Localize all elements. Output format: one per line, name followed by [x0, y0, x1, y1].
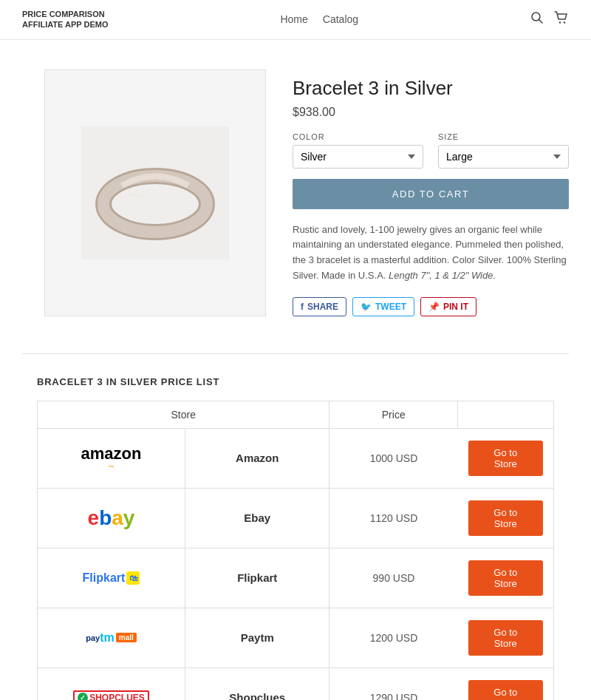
store-action-cell: Go to Store [458, 488, 554, 548]
price-list-section: BRACELET 3 IN SILVER PRICE LIST Store Pr… [0, 369, 591, 700]
go-to-store-button[interactable]: Go to Store [468, 620, 544, 656]
product-details: Bracelet 3 in Silver $938.00 COLOR Silve… [293, 69, 569, 316]
size-label: SIZE [438, 132, 569, 141]
go-to-store-button[interactable]: Go to Store [468, 680, 544, 700]
main-nav: Home Catalog [280, 13, 358, 25]
col-price: Price [329, 401, 458, 428]
size-select[interactable]: Large [438, 145, 569, 169]
share-facebook-button[interactable]: f SHARE [293, 297, 346, 316]
header-icons [530, 11, 569, 28]
store-logo-cell: ebay [38, 488, 185, 548]
price-table: Store Price amazon~ Amazon 1000 USD Go t… [37, 401, 554, 700]
store-logo-cell: paytmmall [38, 608, 185, 667]
store-name-cell: Amazon [185, 428, 329, 488]
store-price-cell: 1290 USD [329, 667, 458, 700]
color-option: COLOR Silver [293, 132, 423, 169]
store-action-cell: Go to Store [458, 608, 554, 667]
product-options: COLOR Silver SIZE Large [293, 132, 569, 169]
col-store: Store [38, 401, 329, 428]
add-to-cart-button[interactable]: ADD TO CART [293, 179, 569, 209]
product-image [44, 69, 266, 316]
table-row: paytmmall Paytm 1200 USD Go to Store [38, 608, 554, 667]
nav-catalog[interactable]: Catalog [323, 13, 358, 25]
share-pinterest-button[interactable]: 📌 PIN IT [420, 297, 476, 316]
table-row: amazon~ Amazon 1000 USD Go to Store [38, 428, 554, 488]
section-divider [22, 353, 569, 354]
store-price-cell: 1120 USD [329, 488, 458, 548]
product-section: Bracelet 3 in Silver $938.00 COLOR Silve… [0, 40, 591, 339]
price-list-title: BRACELET 3 IN SILVER PRICE LIST [37, 376, 554, 387]
store-action-cell: Go to Store [458, 428, 554, 488]
store-name-cell: Paytm [185, 608, 329, 667]
social-buttons: f SHARE 🐦 TWEET 📌 PIN IT [293, 297, 569, 316]
go-to-store-button[interactable]: Go to Store [468, 441, 544, 476]
svg-line-1 [539, 19, 543, 23]
product-price: $938.00 [293, 106, 569, 119]
go-to-store-button[interactable]: Go to Store [468, 500, 544, 536]
store-name-cell: Ebay [185, 488, 329, 548]
table-row: Flipkart🛍 Flipkart 990 USD Go to Store [38, 548, 554, 608]
cart-icon[interactable] [554, 11, 569, 28]
table-row: ebay Ebay 1120 USD Go to Store [38, 488, 554, 548]
pinterest-icon: 📌 [428, 302, 440, 312]
header: PRICE COMPARISON AFFILIATE APP DEMO Home… [0, 0, 591, 40]
store-name-cell: Shopclues [185, 667, 329, 700]
store-price-cell: 1000 USD [329, 428, 458, 488]
store-action-cell: Go to Store [458, 548, 554, 608]
store-logo-cell: Flipkart🛍 [38, 548, 185, 608]
table-row: ✓SHOPCLUES Shopclues 1290 USD Go to Stor… [38, 667, 554, 700]
store-logo-cell: ✓SHOPCLUES [38, 667, 185, 700]
store-price-cell: 990 USD [329, 548, 458, 608]
size-option: SIZE Large [438, 132, 569, 169]
svg-point-2 [559, 21, 561, 23]
search-icon[interactable] [530, 11, 544, 28]
product-description: Rustic and lovely, 1-100 jewelry gives a… [293, 222, 569, 284]
twitter-icon: 🐦 [361, 302, 372, 312]
facebook-icon: f [301, 302, 304, 312]
store-name-cell: Flipkart [185, 548, 329, 608]
store-logo-cell: amazon~ [38, 428, 185, 488]
col-action [458, 401, 554, 428]
nav-home[interactable]: Home [280, 13, 307, 25]
share-twitter-button[interactable]: 🐦 TWEET [352, 297, 414, 316]
table-header-row: Store Price [38, 401, 554, 428]
brand-name: PRICE COMPARISON AFFILIATE APP DEMO [22, 9, 109, 30]
store-price-cell: 1200 USD [329, 608, 458, 667]
color-label: COLOR [293, 132, 423, 141]
product-title: Bracelet 3 in Silver [293, 77, 569, 100]
svg-point-3 [564, 21, 565, 23]
color-select[interactable]: Silver [293, 145, 423, 169]
store-action-cell: Go to Store [458, 667, 554, 700]
go-to-store-button[interactable]: Go to Store [468, 560, 544, 596]
